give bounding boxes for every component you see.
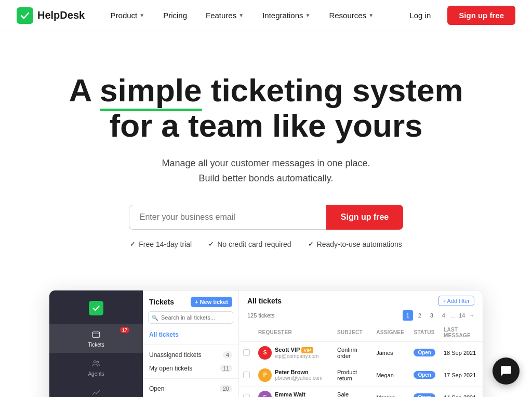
check-icon: ✓ [208, 240, 214, 248]
nav-resources[interactable]: Resources ▼ [321, 7, 382, 24]
status-badge: Open [414, 371, 435, 379]
pagination: 1 2 3 4 ... 14 → [403, 310, 474, 321]
chevron-down-icon: ▼ [305, 12, 311, 18]
brand-logo[interactable]: HelpDesk [17, 7, 85, 24]
col-status: STATUS [409, 324, 440, 342]
page-3[interactable]: 3 [427, 310, 437, 321]
ticket-group-open[interactable]: Open 20 [143, 382, 238, 395]
col-last-message: LAST MESSAGE [440, 324, 483, 342]
tickets-panel-header: Tickets + New ticket [143, 290, 238, 311]
svg-rect-0 [92, 332, 100, 338]
avatar: P [258, 368, 272, 382]
row-requester: E Emma Walt emma.walt@gmail.com [254, 386, 333, 397]
next-page-icon[interactable]: → [469, 312, 474, 319]
reports-icon [90, 387, 102, 397]
row-requester: P Peter Brown pbrown@yahoo.com [254, 364, 333, 386]
page-2[interactable]: 2 [415, 310, 425, 321]
dashboard-preview: 17 Tickets Agents [32, 290, 500, 397]
col-subject: SUBJECT [333, 324, 372, 342]
row-assignee: Megan [372, 364, 409, 386]
svg-point-2 [94, 361, 97, 363]
table-row[interactable]: S Scott VIPVIP vip@company.com Confirm o… [239, 341, 483, 364]
preview-main: Tickets + New ticket 🔍 All tickets Unass… [143, 290, 483, 397]
ticket-count: 125 tickets [247, 312, 275, 319]
requester-info: Emma Walt emma.walt@gmail.com [275, 391, 329, 397]
login-button[interactable]: Log in [399, 7, 441, 24]
requester-email: vip@company.com [275, 353, 318, 359]
ticket-group-my-open[interactable]: My open tickets 11 [143, 362, 238, 375]
new-ticket-button[interactable]: + New ticket [191, 297, 232, 307]
all-tickets-title: All tickets [247, 297, 282, 305]
perk-trial: ✓ Free 14-day trial [130, 240, 192, 248]
add-filter-button[interactable]: + Add filter [438, 296, 474, 306]
col-checkbox [239, 324, 254, 342]
row-status: Open [409, 386, 440, 397]
hero-subtitle: Manage all your customer messages in one… [49, 156, 483, 186]
preview-sidebar: 17 Tickets Agents [49, 290, 143, 397]
row-status: Open [409, 341, 440, 364]
divider [143, 345, 238, 345]
sidebar-item-agents[interactable]: Agents [49, 353, 143, 382]
row-assignee: James [372, 341, 409, 364]
nav-features[interactable]: Features ▼ [197, 7, 252, 24]
check-icon: ✓ [130, 240, 136, 248]
row-last-message: 14 Sep 2021 [440, 386, 483, 397]
row-checkbox[interactable] [239, 386, 254, 397]
perk-no-cc: ✓ No credit card required [208, 240, 291, 248]
table-meta: 125 tickets 1 2 3 4 ... 14 → [239, 309, 483, 324]
row-checkbox[interactable] [239, 341, 254, 364]
row-checkbox[interactable] [239, 364, 254, 386]
nav-integrations[interactable]: Integrations ▼ [254, 7, 318, 24]
hero-title: A simple ticketing system for a team lik… [49, 73, 483, 143]
signup-hero-button[interactable]: Sign up free [326, 205, 403, 230]
signup-nav-button[interactable]: Sign up free [447, 6, 515, 25]
nav-product[interactable]: Product ▼ [102, 7, 153, 24]
sidebar-item-reports[interactable]: Reports [49, 382, 143, 397]
sidebar-item-tickets[interactable]: 17 Tickets [49, 324, 143, 353]
navbar: HelpDesk Product ▼ Pricing Features ▼ In… [0, 0, 532, 31]
nav-pricing[interactable]: Pricing [155, 7, 195, 24]
row-requester: S Scott VIPVIP vip@company.com [254, 341, 333, 364]
preview-layout: 17 Tickets Agents [49, 290, 483, 397]
agents-icon [90, 358, 102, 369]
chevron-down-icon: ▼ [238, 12, 244, 18]
hero-section: A simple ticketing system for a team lik… [32, 31, 500, 269]
page-4[interactable]: 4 [438, 310, 449, 321]
chat-bubble-button[interactable] [493, 358, 520, 385]
tickets-badge: 17 [120, 327, 129, 333]
status-badge: Open [414, 349, 435, 356]
brand-name: HelpDesk [37, 9, 85, 21]
avatar: E [258, 391, 272, 397]
row-assignee: Marcos [372, 386, 409, 397]
sidebar-tickets-label: Tickets [88, 342, 104, 348]
col-requester: REQUESTER [254, 324, 333, 342]
table-row[interactable]: E Emma Walt emma.walt@gmail.com Sale que… [239, 386, 483, 397]
page-1[interactable]: 1 [403, 310, 413, 321]
table-header-row: All tickets + Add filter [239, 290, 483, 309]
ticket-search-input[interactable] [148, 311, 233, 324]
avatar: S [258, 346, 272, 360]
search-icon: 🔍 [152, 314, 158, 320]
requester-name: Emma Walt [275, 391, 329, 397]
page-14[interactable]: 14 [457, 310, 467, 321]
preview-window: 17 Tickets Agents [49, 290, 483, 397]
tickets-panel-title: Tickets [149, 298, 174, 306]
table-row[interactable]: P Peter Brown pbrown@yahoo.com Product r… [239, 364, 483, 386]
row-last-message: 18 Sep 2021 [440, 341, 483, 364]
requester-info: Peter Brown pbrown@yahoo.com [275, 369, 323, 381]
requester-name: Scott VIPVIP [275, 347, 318, 353]
row-subject: Product return [333, 364, 372, 386]
email-input[interactable] [129, 205, 326, 230]
perk-automations: ✓ Ready-to-use automations [308, 240, 402, 248]
requester-info: Scott VIPVIP vip@company.com [275, 347, 318, 359]
all-tickets-nav[interactable]: All tickets [143, 328, 238, 341]
svg-point-3 [97, 361, 99, 363]
hero-emphasis: simple [100, 73, 202, 108]
ticket-group-unassigned[interactable]: Unassigned tickets 4 [143, 348, 238, 362]
tickets-table-panel: All tickets + Add filter 125 tickets 1 2… [239, 290, 483, 397]
row-status: Open [409, 364, 440, 386]
page-ellipsis: ... [450, 312, 455, 319]
status-badge: Open [414, 393, 435, 397]
row-last-message: 17 Sep 2021 [440, 364, 483, 386]
requester-email: pbrown@yahoo.com [275, 375, 323, 381]
